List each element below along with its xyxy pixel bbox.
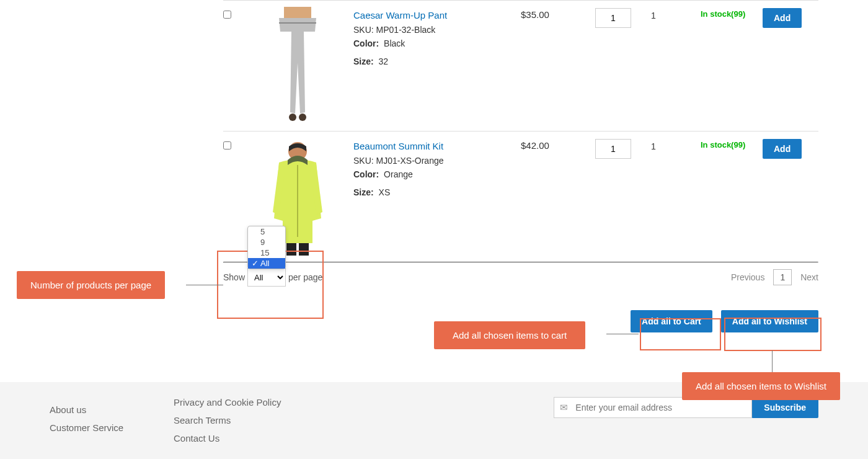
stock-status: In stock(99) <box>701 7 756 20</box>
next-page-button[interactable]: Next <box>800 272 818 282</box>
color-label: Color: <box>353 169 379 179</box>
footer-link[interactable]: Customer Service <box>50 422 174 433</box>
sku-value: MP01-32-Black <box>376 25 436 35</box>
callout-cart: Add all chosen items to cart <box>434 321 585 349</box>
footer-link[interactable]: About us <box>50 404 174 415</box>
min-qty: 1 <box>651 138 694 151</box>
price-value: $42.00 <box>521 138 589 151</box>
sku-label: SKU: <box>353 25 374 35</box>
product-row: Caesar Warm-Up Pant SKU: MP01-32-Black C… <box>223 0 818 131</box>
color-label: Color: <box>353 38 379 48</box>
per-page-dropdown: 5 9 15 All <box>247 226 286 269</box>
stock-status: In stock(99) <box>701 138 756 151</box>
product-name-link[interactable]: Beaumont Summit Kit <box>353 141 443 151</box>
svg-point-2 <box>289 114 296 121</box>
per-page-option[interactable]: 15 <box>248 247 285 258</box>
color-value: Orange <box>384 169 413 179</box>
size-value: XS <box>379 187 391 197</box>
per-page-option[interactable]: 9 <box>248 237 285 247</box>
select-checkbox[interactable] <box>223 11 231 19</box>
footer-link[interactable]: Privacy and Cookie Policy <box>174 397 335 408</box>
footer-link[interactable]: Search Terms <box>174 415 335 426</box>
footer-link[interactable]: Contact Us <box>174 433 335 443</box>
callout-line-per-page <box>186 285 223 285</box>
callout-per-page: Number of products per page <box>17 271 165 299</box>
newsletter-email-input[interactable] <box>554 397 752 418</box>
add-button[interactable]: Add <box>763 139 802 159</box>
sku-value: MJ01-XS-Orange <box>376 156 444 166</box>
color-value: Black <box>384 38 405 48</box>
price-value: $35.00 <box>521 7 589 20</box>
current-page: 1 <box>773 269 792 285</box>
product-name-link[interactable]: Caesar Warm-Up Pant <box>353 10 447 20</box>
svg-rect-8 <box>299 243 309 256</box>
add-all-to-cart-button[interactable]: Add all to Cart <box>631 310 712 332</box>
product-row: Beaumont Summit Kit SKU: MJ01-XS-Orange … <box>223 131 818 262</box>
per-page-label: per page <box>288 272 322 282</box>
subscribe-button[interactable]: Subscribe <box>751 397 818 418</box>
svg-point-3 <box>299 114 306 121</box>
size-label: Size: <box>353 187 374 197</box>
envelope-icon: ✉ <box>560 402 568 413</box>
callout-wishlist: Add all chosen items to Wishlist <box>682 372 840 400</box>
size-label: Size: <box>353 56 374 66</box>
per-page-option[interactable]: 5 <box>248 226 285 237</box>
qty-input[interactable] <box>595 8 631 28</box>
size-value: 32 <box>379 56 389 66</box>
per-page-option[interactable]: All <box>248 258 285 269</box>
select-checkbox[interactable] <box>223 141 231 149</box>
toolbar: Show All 5 9 15 All per page Previous 1 <box>223 263 818 298</box>
sku-label: SKU: <box>353 156 374 166</box>
min-qty: 1 <box>651 7 694 20</box>
qty-input[interactable] <box>595 139 631 159</box>
callout-line-cart <box>606 334 639 334</box>
per-page-select[interactable]: All <box>247 268 286 287</box>
product-image <box>248 7 347 125</box>
add-button[interactable]: Add <box>763 8 802 28</box>
svg-rect-1 <box>284 7 311 18</box>
show-label: Show <box>223 272 245 282</box>
add-all-to-wishlist-button[interactable]: Add all to Wishlist <box>721 310 818 332</box>
callout-line-wishlist <box>772 350 773 373</box>
svg-rect-7 <box>286 243 296 256</box>
prev-page-button[interactable]: Previous <box>731 272 764 282</box>
